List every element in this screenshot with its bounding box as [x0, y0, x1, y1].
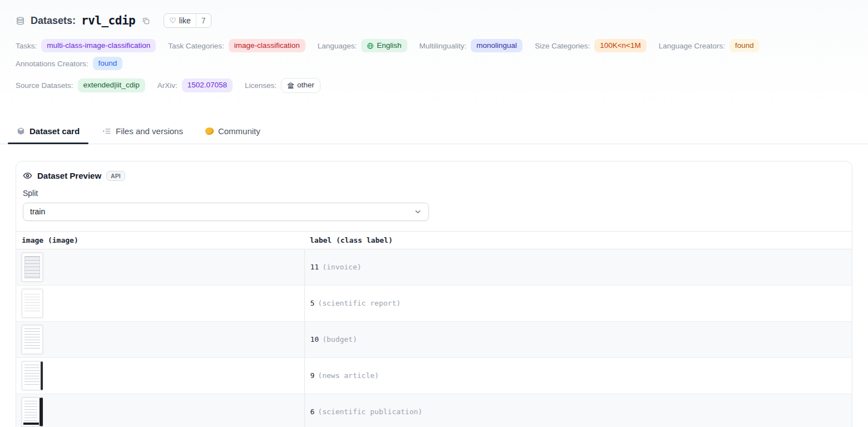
like-count[interactable]: 7 [196, 14, 211, 27]
tag-label: Multilinguality: [420, 42, 467, 50]
tag-pill-multilinguality[interactable]: monolingual [471, 39, 522, 52]
class-label-id: 9 [310, 371, 315, 380]
cube-icon [17, 127, 25, 135]
files-icon [102, 127, 111, 135]
class-label-name: (news article) [318, 371, 379, 380]
tag-label: Source Datasets: [16, 81, 73, 90]
tab-label: Community [218, 126, 260, 136]
copy-icon[interactable] [142, 17, 150, 25]
class-label-name: (budget) [322, 335, 357, 343]
table-row: 10(budget) [16, 321, 852, 357]
tag-pill-annotations-creators[interactable]: found [93, 57, 123, 70]
tag-pill-label: English [377, 41, 401, 51]
tag-label: Language Creators: [659, 42, 725, 50]
tag-group-languages: Languages: English [318, 39, 407, 52]
tag-label: Licenses: [245, 81, 277, 90]
tag-pill-tasks[interactable]: multi-class-image-classification [41, 39, 156, 52]
tag-pill-size-categories[interactable]: 100K<n<1M [594, 39, 647, 52]
column-header-image: image (image) [16, 231, 304, 249]
preview-table: image (image) label (class label) 11(inv… [16, 231, 852, 427]
tab-files-and-versions[interactable]: Files and versions [101, 120, 184, 144]
document-thumbnail [22, 289, 43, 318]
tag-pill-source-datasets[interactable]: extended|iit_cdip [78, 78, 145, 92]
license-icon [287, 82, 294, 89]
chevron-down-icon [414, 208, 422, 215]
tag-group-source-datasets: Source Datasets: extended|iit_cdip [16, 78, 145, 92]
document-thumbnail [22, 253, 43, 282]
class-label-id: 6 [310, 408, 315, 416]
tag-pill-language-creators[interactable]: found [729, 39, 760, 52]
tag-pill-task-categories[interactable]: image-classification [229, 39, 305, 52]
table-header-row: image (image) label (class label) [16, 231, 852, 249]
table-row: 6(scientific publication) [16, 394, 852, 427]
tag-label: Task Categories: [168, 42, 224, 50]
community-hands-icon [205, 127, 214, 135]
tag-row-2: Source Datasets: extended|iit_cdip ArXiv… [16, 78, 852, 105]
tag-group-size-categories: Size Categories: 100K<n<1M [535, 39, 647, 52]
document-thumbnail [22, 361, 43, 390]
document-thumbnail [22, 325, 43, 354]
class-label-name: (invoice) [322, 263, 361, 271]
split-select[interactable]: train [23, 203, 429, 221]
class-label-id: 11 [310, 263, 319, 271]
tab-bar: Dataset card Files and versions Communit… [0, 120, 868, 144]
document-thumbnail [22, 397, 43, 426]
tag-label: Annotations Creators: [16, 60, 88, 68]
database-icon [16, 16, 25, 26]
tag-group-annotations-creators: Annotations Creators: found [16, 57, 122, 70]
tag-group-arxiv: ArXiv: 1502.07058 [157, 78, 233, 92]
page-header: Datasets: rvl_cdip ♡ like 7 Tasks: multi… [0, 0, 868, 105]
tab-label: Dataset card [29, 126, 80, 136]
tag-pill-arxiv[interactable]: 1502.07058 [182, 78, 233, 92]
split-label: Split [16, 181, 852, 198]
tag-group-tasks: Tasks: multi-class-image-classification [16, 39, 156, 52]
like-button[interactable]: ♡ like 7 [164, 13, 211, 28]
like-label: like [179, 16, 191, 25]
eye-icon [23, 171, 32, 180]
tag-label: Size Categories: [535, 42, 590, 50]
datasets-section-label[interactable]: Datasets: [31, 15, 76, 27]
tag-group-multilinguality: Multilinguality: monolingual [420, 39, 523, 52]
table-row: 9(news article) [16, 357, 852, 394]
class-label-id: 10 [310, 335, 319, 343]
preview-header: Dataset Preview API [16, 161, 852, 181]
preview-title: Dataset Preview [37, 171, 101, 180]
heart-icon: ♡ [169, 17, 176, 24]
tag-pill-languages[interactable]: English [361, 39, 407, 52]
tag-group-language-creators: Language Creators: found [659, 39, 760, 52]
tag-group-licenses: Licenses: other [245, 78, 320, 92]
dataset-name: rvl_cdip [81, 14, 135, 27]
api-badge[interactable]: API [106, 171, 125, 181]
table-row: 11(invoice) [16, 249, 852, 285]
tab-dataset-card[interactable]: Dataset card [16, 120, 81, 144]
tab-community[interactable]: Community [204, 120, 262, 144]
tab-label: Files and versions [116, 126, 183, 136]
split-selected-value: train [30, 207, 45, 216]
tag-label: Languages: [318, 42, 357, 50]
globe-icon [367, 42, 374, 50]
class-label-id: 5 [310, 299, 315, 307]
tag-row-1: Tasks: multi-class-image-classification … [16, 39, 852, 70]
title-row: Datasets: rvl_cdip ♡ like 7 [16, 13, 852, 28]
class-label-name: (scientific report) [318, 299, 401, 307]
class-label-name: (scientific publication) [318, 408, 422, 416]
table-row: 5(scientific report) [16, 285, 852, 321]
like-button-left[interactable]: ♡ like [164, 14, 196, 27]
tag-pill-licenses[interactable]: other [281, 78, 320, 92]
tag-group-task-categories: Task Categories: image-classification [168, 39, 305, 52]
dataset-preview-card: Dataset Preview API Split train image (i… [16, 161, 852, 427]
tag-label: ArXiv: [157, 81, 177, 90]
tag-pill-label: other [297, 80, 314, 90]
tag-label: Tasks: [16, 42, 37, 50]
column-header-label: label (class label) [304, 231, 852, 249]
